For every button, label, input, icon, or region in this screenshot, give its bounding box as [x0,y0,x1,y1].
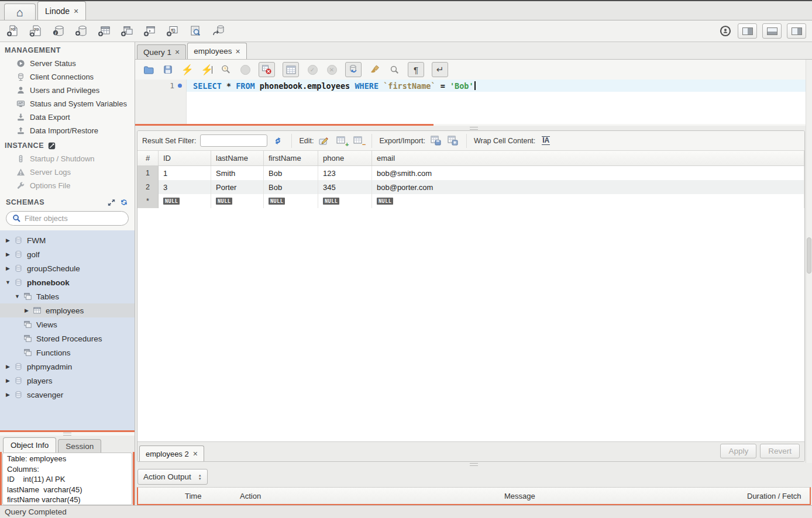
search-data-icon[interactable] [188,25,202,37]
close-icon[interactable]: × [175,48,180,56]
expander-icon[interactable]: ▶ [5,251,11,257]
editor-result-splitter-grip[interactable] [135,126,812,130]
home-tab[interactable]: ⌂ [4,4,36,20]
tab-object-info[interactable]: Object Info [3,437,56,453]
sidebar-item-server-logs[interactable]: Server Logs [0,165,135,179]
sidebar-item-server-status[interactable]: Server Status [0,57,135,70]
show-invisible-characters-icon[interactable]: ¶ [408,62,424,77]
create-table-icon[interactable] [97,25,111,37]
apply-button[interactable]: Apply [720,444,756,458]
sidebar-item-users-privileges[interactable]: Users and Privileges [0,84,135,97]
tab-employees[interactable]: employees × [187,43,246,59]
data-cell[interactable]: NULL [372,194,804,208]
find-icon[interactable] [388,64,400,75]
user-alerts-icon[interactable] [718,25,732,37]
toggle-autocommit-icon[interactable] [345,62,362,77]
column-header-duration[interactable]: Duration / Fetch [742,488,810,504]
beautify-script-icon[interactable] [369,64,381,75]
toggle-output-area-button[interactable] [762,23,782,39]
tree-item-stored-procedures[interactable]: Stored Procedures [0,331,135,346]
create-procedure-icon[interactable] [143,25,157,37]
tree-item-golf[interactable]: ▶golf [0,247,135,261]
table-row[interactable]: 23PorterBob345bob@porter.com [137,180,804,194]
result-set-filter-input[interactable] [200,134,267,147]
expander-icon[interactable]: ▼ [14,293,20,299]
column-header-id[interactable]: ID [159,151,211,165]
create-view-icon[interactable] [120,25,134,37]
data-cell[interactable]: Bob [264,180,318,194]
tree-item-phonebook[interactable]: ▼phonebook [0,275,135,289]
sql-code-area[interactable]: 1 SELECT * FROM phonebook.employees WHER… [135,80,812,124]
tab-session[interactable]: Session [58,439,101,453]
import-recordset-icon[interactable] [446,135,459,147]
wrap-cell-content-icon[interactable]: ĪA [539,135,552,147]
row-number-cell[interactable]: 1 [137,166,159,180]
column-header-lastname[interactable]: lastName [211,151,264,165]
expander-icon[interactable]: ▶ [5,392,11,398]
delete-row-icon[interactable]: − [352,135,364,147]
new-sql-tab-icon[interactable]: SQL [6,25,20,37]
sidebar-item-options-file[interactable]: Options File [0,179,135,192]
inspect-database-icon[interactable]: i [51,25,66,37]
tree-item-functions[interactable]: Functions [0,346,135,360]
close-icon[interactable]: × [236,47,240,56]
revert-button[interactable]: Revert [760,444,800,458]
sidebar-splitter-highlight[interactable] [0,430,135,432]
column-header-firstname[interactable]: firstName [264,151,318,165]
data-cell[interactable]: 345 [318,180,372,194]
expander-icon[interactable]: ▶ [5,378,11,384]
tab-query-1[interactable]: Query 1 × [137,44,186,59]
reconnect-dbms-icon[interactable] [211,25,225,37]
row-number-cell[interactable]: * [137,194,159,208]
tab-employees-2[interactable]: employees 2 × [139,446,204,461]
refresh-schemas-icon[interactable] [119,198,129,207]
open-sql-script-icon[interactable]: SQL [29,25,43,37]
execute-query-icon[interactable]: ⚡ [181,64,193,75]
new-row-placeholder[interactable]: *NULLNULLNULLNULLNULL [137,194,804,208]
output-selector[interactable]: Action Output ▲▼ [137,469,208,485]
close-icon[interactable]: × [193,450,198,458]
data-cell[interactable]: NULL [318,194,372,208]
connection-tab-linode[interactable]: Linode × [37,1,86,20]
toggle-stop-on-error-icon[interactable] [259,62,275,77]
tree-item-groupschedule[interactable]: ▶groupSchedule [0,261,135,275]
column-header-message[interactable]: Message [500,488,742,504]
create-schema-icon[interactable] [74,25,88,37]
export-recordset-icon[interactable] [429,135,442,147]
tree-item-tables[interactable]: ▼Tables [0,289,135,303]
sidebar-item-startup-shutdown[interactable]: Startup / Shutdown [0,152,135,165]
schema-filter-input[interactable] [25,214,128,223]
explain-query-icon[interactable] [220,64,232,75]
table-row[interactable]: 11SmithBob123bob@smith.com [137,166,804,180]
save-icon[interactable] [162,64,174,75]
data-cell[interactable]: 1 [159,166,211,180]
data-cell[interactable]: NULL [159,194,211,208]
data-cell[interactable]: 123 [318,166,372,180]
data-cell[interactable]: Bob [264,166,318,180]
expander-icon[interactable]: ▶ [5,265,11,271]
data-cell[interactable]: NULL [211,194,264,208]
editor-text[interactable]: SELECT * FROM phonebook.employees WHERE … [187,80,812,124]
data-cell[interactable]: bob@porter.com [372,180,804,194]
data-cell[interactable]: bob@smith.com [372,166,804,180]
data-cell[interactable]: Porter [211,180,264,194]
column-header-action[interactable]: Action [235,488,500,504]
tree-item-scavenger[interactable]: ▶scavenger [0,388,135,402]
column-header-time[interactable]: Time [180,488,235,504]
main-vertical-scrollbar[interactable] [806,60,812,463]
column-header-phone[interactable]: phone [318,151,372,165]
data-cell[interactable]: Smith [211,166,264,180]
sidebar-item-data-export[interactable]: Data Export [0,110,135,124]
open-file-icon[interactable] [143,64,154,75]
close-icon[interactable]: × [74,7,78,15]
expander-icon[interactable]: ▶ [23,308,30,313]
toggle-sidebar-button[interactable] [738,23,757,39]
column-header-rownum[interactable]: # [137,151,159,165]
refresh-results-icon[interactable] [271,135,284,147]
result-output-splitter-grip[interactable] [135,462,812,467]
scrollbar-handle[interactable] [807,237,811,274]
row-number-cell[interactable]: 2 [137,180,159,194]
sidebar-item-client-connections[interactable]: Client Connections [0,70,135,84]
expand-schemas-icon[interactable] [106,198,116,207]
toggle-secondary-sidebar-button[interactable] [787,23,806,39]
